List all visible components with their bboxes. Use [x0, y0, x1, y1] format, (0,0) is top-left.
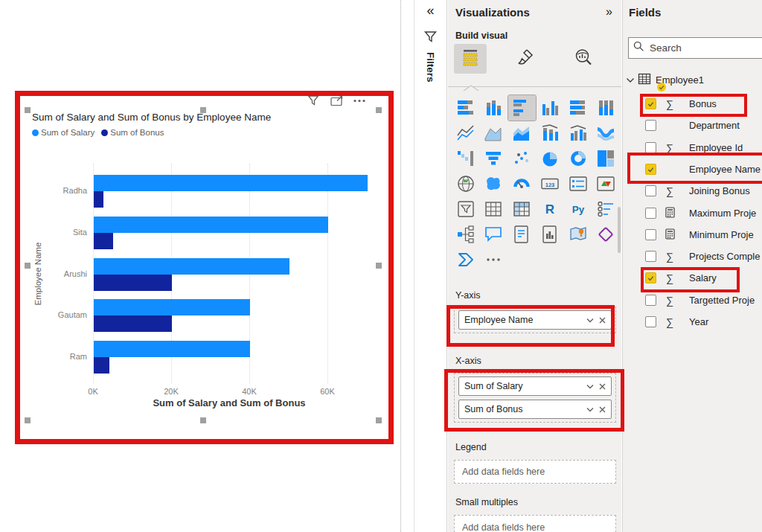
card-icon[interactable]: 123 — [536, 171, 563, 196]
line-and-stacked-column-chart-icon[interactable] — [536, 121, 563, 146]
checkbox-checked[interactable] — [645, 272, 656, 283]
bar-sum-of-bonus-ram[interactable] — [94, 357, 109, 374]
funnel-chart-icon[interactable] — [480, 146, 508, 171]
table-icon[interactable] — [480, 196, 508, 222]
field-row-minimum-proje[interactable]: Minimum Proje — [623, 224, 762, 246]
resize-handle[interactable] — [25, 417, 31, 423]
bar-sum-of-bonus-arushi[interactable] — [94, 275, 172, 291]
field-row-bonus[interactable]: ∑Bonus — [623, 93, 762, 115]
r-script-visual-icon[interactable]: R — [536, 196, 563, 222]
bar-sum-of-salary-radha[interactable] — [94, 175, 368, 191]
bar-sum-of-salary-gautam[interactable] — [94, 299, 250, 315]
pill-dropdown-icon[interactable] — [586, 318, 594, 323]
area-chart-icon[interactable] — [480, 121, 508, 146]
line-and-clustered-column-chart-icon[interactable] — [564, 121, 592, 146]
checkbox-unchecked[interactable] — [645, 208, 656, 219]
bar-sum-of-bonus-gautam[interactable] — [94, 315, 172, 332]
gauge-icon[interactable] — [508, 171, 536, 196]
treemap-icon[interactable] — [592, 146, 620, 171]
get-more-visuals-icon[interactable] — [480, 247, 508, 272]
power-automate-visual-icon[interactable] — [452, 247, 479, 272]
filter-icon[interactable] — [307, 94, 320, 106]
pill-remove-icon[interactable] — [599, 383, 606, 390]
key-influencers-icon[interactable] — [592, 196, 620, 222]
stacked-bar-chart-icon[interactable] — [452, 95, 479, 121]
field-pill[interactable]: Sum of Bonus — [458, 400, 612, 419]
resize-handle[interactable] — [25, 263, 31, 269]
100-stacked-bar-chart-icon[interactable] — [564, 95, 592, 121]
resize-handle[interactable] — [200, 417, 206, 423]
pill-remove-icon[interactable] — [599, 317, 606, 324]
checkbox-unchecked[interactable] — [645, 316, 656, 327]
resize-handle[interactable] — [376, 417, 382, 423]
bar-sum-of-salary-sita[interactable] — [94, 217, 328, 233]
expand-filters-icon[interactable]: « — [414, 3, 446, 19]
qa-visual-icon[interactable] — [480, 222, 508, 247]
bar-sum-of-bonus-radha[interactable] — [94, 191, 103, 208]
pill-remove-icon[interactable] — [599, 406, 606, 413]
format-visual-tab[interactable] — [509, 44, 542, 74]
field-row-joining-bonus[interactable]: ∑Joining Bonus — [623, 180, 762, 202]
analytics-tab[interactable] — [567, 44, 600, 74]
field-row-employee-name[interactable]: Employee Name — [623, 158, 762, 180]
checkbox-unchecked[interactable] — [645, 142, 656, 153]
field-row-salary[interactable]: ∑Salary — [623, 267, 762, 289]
line-chart-icon[interactable] — [452, 121, 479, 146]
field-row-targetted-proje[interactable]: ∑Targetted Proje — [623, 289, 762, 311]
checkbox-unchecked[interactable] — [645, 295, 656, 306]
matrix-icon[interactable] — [508, 196, 536, 222]
field-row-projects-comple[interactable]: ∑Projects Comple — [623, 246, 762, 267]
checkbox-unchecked[interactable] — [645, 120, 656, 131]
checkbox-unchecked[interactable] — [645, 229, 656, 240]
small-multiples-well[interactable]: Add data fields here — [454, 515, 616, 532]
field-pill[interactable]: Employee Name — [458, 310, 612, 330]
stacked-column-chart-icon[interactable] — [480, 95, 508, 121]
legend-well[interactable]: Add data fields here — [454, 460, 616, 484]
pie-chart-icon[interactable] — [536, 146, 563, 171]
filters-pane-label[interactable]: Filters — [425, 52, 436, 83]
checkbox-checked[interactable] — [645, 164, 656, 175]
paginated-report-icon[interactable] — [536, 222, 563, 247]
stacked-area-chart-icon[interactable] — [508, 121, 536, 146]
resize-handle[interactable] — [376, 107, 382, 113]
ribbon-chart-icon[interactable] — [592, 121, 620, 146]
more-options-icon[interactable] — [353, 94, 366, 106]
bar-sum-of-salary-arushi[interactable] — [94, 258, 289, 275]
bar-chart-visual[interactable]: Sum of Salary and Sum of Bonus by Employ… — [28, 110, 379, 420]
bar-sum-of-salary-ram[interactable] — [94, 341, 250, 357]
viz-pane-scrollbar[interactable] — [618, 207, 621, 253]
resize-handle[interactable] — [376, 263, 382, 269]
map-icon[interactable] — [452, 171, 479, 196]
x-axis-well[interactable]: Sum of SalarySum of Bonus — [454, 373, 616, 423]
collapse-visualizations-icon[interactable]: » — [606, 5, 612, 19]
clustered-column-chart-icon[interactable] — [536, 95, 563, 121]
scatter-chart-icon[interactable] — [508, 146, 536, 171]
checkbox-unchecked[interactable] — [645, 251, 656, 262]
field-pill[interactable]: Sum of Salary — [458, 376, 612, 396]
y-axis-well[interactable]: Employee Name — [454, 307, 616, 333]
multi-row-card-icon[interactable] — [564, 171, 592, 196]
100-stacked-column-chart-icon[interactable] — [592, 95, 620, 121]
pill-dropdown-icon[interactable] — [586, 407, 594, 412]
arcgis-map-icon[interactable] — [564, 222, 592, 247]
resize-handle[interactable] — [200, 107, 206, 113]
clustered-bar-chart-icon[interactable] — [508, 95, 536, 121]
report-canvas[interactable]: Sum of Salary and Sum of Bonus by Employ… — [0, 0, 414, 532]
field-row-employee-id[interactable]: ∑Employee Id — [623, 137, 762, 158]
build-visual-tab[interactable] — [454, 44, 487, 74]
field-row-department[interactable]: Department — [623, 115, 762, 136]
decomposition-tree-icon[interactable] — [452, 222, 479, 247]
pill-dropdown-icon[interactable] — [586, 384, 594, 389]
slicer-icon[interactable] — [452, 196, 479, 222]
field-row-maximum-proje[interactable]: Maximum Proje — [623, 202, 762, 224]
smart-narrative-icon[interactable] — [508, 222, 536, 247]
resize-handle[interactable] — [25, 107, 31, 113]
waterfall-chart-icon[interactable] — [452, 146, 479, 171]
checkbox-unchecked[interactable] — [645, 185, 656, 196]
kpi-icon[interactable] — [592, 171, 620, 196]
power-apps-visual-icon[interactable] — [592, 222, 620, 247]
filled-map-icon[interactable] — [480, 171, 508, 196]
bar-sum-of-bonus-sita[interactable] — [94, 233, 113, 249]
checkbox-checked[interactable] — [645, 98, 656, 109]
python-visual-icon[interactable]: Py — [564, 196, 592, 222]
